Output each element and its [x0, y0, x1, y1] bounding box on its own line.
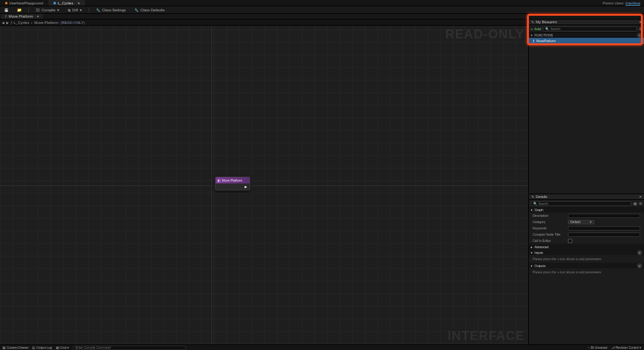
file-tab-lcycles[interactable]: L_Cycles ×: [48, 0, 85, 6]
search-input[interactable]: [538, 202, 629, 205]
compile-label: Compile: [42, 8, 55, 12]
detail-row-description: Description: [529, 212, 644, 219]
view-options-icon[interactable]: ▦: [633, 201, 637, 205]
status-bar: ▦ Content Drawer ▤ Output Log ▦ Cmd ▾ ▫ …: [0, 344, 644, 350]
add-function-button[interactable]: +: [637, 33, 642, 38]
add-label: Add: [535, 27, 541, 31]
detail-row-category: Category Default▾: [529, 219, 644, 225]
panel-title: My Blueprint: [536, 20, 557, 24]
unsaved-indicator[interactable]: ▫ 36 Unsaved: [588, 346, 607, 349]
folder-icon: 📁: [17, 8, 21, 12]
wrench-icon: [96, 8, 100, 12]
node-body: [216, 183, 250, 190]
details-search[interactable]: [531, 201, 631, 206]
close-icon[interactable]: ×: [639, 195, 641, 199]
outputs-header[interactable]: ▾ Outputs +: [529, 263, 644, 268]
inputs-header[interactable]: ▾ Inputs +: [529, 249, 644, 255]
details-panel: Details × ▦ ⚙ ▾ Graph Description Cate: [529, 194, 644, 344]
add-input-button[interactable]: +: [637, 250, 642, 255]
toolbar: 📁 Compile▾ Diff▾ Class Settings Class De…: [0, 6, 644, 14]
class-settings-button[interactable]: Class Settings: [94, 8, 128, 12]
exec-out-pin[interactable]: [245, 185, 248, 188]
breadcrumb-item[interactable]: Move Platform: [34, 21, 58, 25]
parent-class-link[interactable]: Interface: [626, 1, 640, 5]
class-defaults-button[interactable]: Class Defaults: [133, 8, 167, 12]
pencil-icon: [531, 195, 534, 199]
chevron-down-icon: ▾: [531, 208, 533, 212]
chevron-right-icon: ›: [31, 21, 32, 25]
nav-back-icon[interactable]: [2, 21, 4, 25]
function-icon: [5, 14, 7, 18]
functions-header[interactable]: ▾ FUNCTIONS +: [529, 32, 644, 38]
category-dropdown[interactable]: Default▾: [568, 220, 594, 224]
row-label: Category: [533, 220, 568, 224]
plus-icon: +: [531, 27, 533, 31]
divider: [89, 8, 89, 13]
wrench-icon: [135, 8, 138, 12]
call-in-editor-checkbox[interactable]: [568, 239, 572, 243]
compact-title-input[interactable]: [568, 232, 640, 237]
gear-icon[interactable]: ⚙: [639, 26, 642, 31]
diff-button[interactable]: Diff▾: [66, 8, 84, 12]
my-blueprint-body: +Add ⚙ ▾ FUNCTIONS + ƒ MovePlatform: [529, 25, 644, 44]
pencil-icon: [531, 20, 534, 24]
cmd-dropdown[interactable]: ▦ Cmd ▾: [56, 346, 69, 349]
breadcrumb-root[interactable]: L_Cycles: [11, 21, 29, 25]
chevron-right-icon: ▸: [531, 245, 533, 249]
outputs-hint: Please press the + icon above to add par…: [529, 268, 644, 276]
search-icon: [533, 201, 537, 205]
close-icon[interactable]: ×: [77, 1, 80, 5]
output-log-button[interactable]: ▤ Output Log: [32, 346, 52, 349]
compile-icon: [36, 8, 40, 12]
tab-icon: [53, 2, 56, 4]
gear-icon[interactable]: ⚙: [639, 201, 642, 205]
tab-label: Move Platform: [9, 14, 33, 18]
description-input[interactable]: [568, 214, 640, 218]
watermark-interface: INTERFACE: [448, 329, 525, 343]
chevron-down-icon: ▾: [80, 8, 82, 12]
search-input[interactable]: [550, 27, 635, 31]
revision-control-button[interactable]: ⎇ Revision Control ▾: [611, 346, 641, 349]
watermark-readonly: READ-ONLY: [445, 27, 525, 41]
my-blueprint-tab[interactable]: My Blueprint ×: [529, 19, 644, 25]
add-search-row: +Add ⚙: [529, 25, 644, 32]
function-item-moveplatform[interactable]: ƒ MovePlatform: [529, 38, 644, 44]
graph-section-header[interactable]: ▾ Graph: [529, 207, 644, 212]
console-input[interactable]: [73, 346, 186, 350]
search-icon: [545, 26, 549, 31]
function-icon: ƒ: [533, 39, 535, 43]
detail-row-keywords: Keywords: [529, 225, 644, 231]
close-icon[interactable]: ×: [639, 20, 641, 24]
divider: [28, 8, 29, 13]
diff-label: Diff: [72, 8, 78, 12]
content-drawer-button[interactable]: ▦ Content Drawer: [3, 346, 28, 349]
panel-spacer: [529, 44, 644, 194]
diff-icon: [68, 8, 70, 12]
node-icon: ◧: [218, 178, 221, 182]
save-button[interactable]: [3, 8, 10, 12]
graph-canvas[interactable]: READ-ONLY INTERFACE ◧ Move Platform: [0, 26, 528, 344]
tab-label: L_Cycles: [58, 1, 74, 5]
add-output-button[interactable]: +: [637, 263, 642, 268]
node-title: Move Platform: [222, 178, 242, 182]
compile-button[interactable]: Compile▾: [34, 8, 61, 12]
browse-button[interactable]: 📁: [15, 8, 23, 12]
function-icon: [11, 21, 13, 25]
section-label: Inputs: [535, 251, 543, 254]
blueprint-node-move-platform[interactable]: ◧ Move Platform: [215, 177, 250, 190]
inputs-hint: Please press the + icon above to add par…: [529, 255, 644, 263]
node-header[interactable]: ◧ Move Platform: [216, 177, 250, 183]
add-button[interactable]: +Add: [531, 27, 541, 31]
details-tab[interactable]: Details ×: [529, 194, 644, 200]
tab-icon: [5, 2, 8, 4]
close-icon[interactable]: ×: [36, 14, 39, 18]
graph-tab-move-platform[interactable]: Move Platform ×: [1, 14, 43, 19]
keywords-input[interactable]: [568, 226, 640, 231]
file-tab-interfaceplayground[interactable]: InterfacePlayground: [0, 0, 48, 6]
nav-forward-icon[interactable]: [6, 21, 9, 25]
section-label: Graph: [535, 208, 543, 212]
advanced-section-header[interactable]: ▸ Advanced: [529, 244, 644, 249]
my-blueprint-search[interactable]: [543, 26, 637, 31]
save-icon: [4, 8, 8, 12]
chevron-down-icon: ▾: [531, 33, 533, 37]
